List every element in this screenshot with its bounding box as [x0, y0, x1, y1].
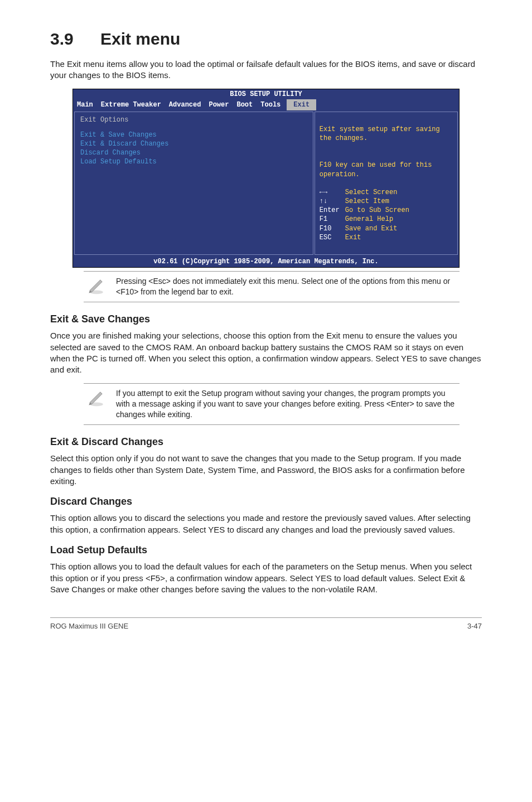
bios-item-exit-save: Exit & Save Changes: [80, 131, 307, 139]
heading-exit-save: Exit & Save Changes: [50, 312, 482, 326]
nav-label-select-screen: Select Screen: [345, 189, 398, 196]
section-number: 3.9: [50, 28, 100, 51]
bios-tab-extreme: Extreme Tweaker: [97, 99, 165, 110]
footer-left: ROG Maximus III GENE: [50, 621, 128, 631]
body-discard: This option allows you to discard the se…: [50, 513, 482, 535]
bios-title: BIOS SETUP UTILITY: [73, 89, 459, 99]
nav-label-help: General Help: [345, 215, 393, 223]
bios-tab-boot: Boot: [233, 99, 257, 110]
heading-exit-discard: Exit & Discard Changes: [50, 435, 482, 448]
bios-screenshot: BIOS SETUP UTILITY Main Extreme Tweaker …: [72, 89, 460, 268]
bios-help-text: Exit system setup after saving the chang…: [320, 115, 453, 178]
heading-discard: Discard Changes: [50, 495, 482, 508]
intro-paragraph: The Exit menu items allow you to load th…: [50, 59, 482, 81]
bios-tab-power: Power: [205, 99, 233, 110]
bios-body: Exit Options Exit & Save Changes Exit & …: [73, 110, 459, 256]
note-esc: Pressing <Esc> does not immediately exit…: [84, 271, 460, 302]
bios-tab-main: Main: [73, 99, 97, 110]
nav-key-f1: F1: [320, 215, 345, 224]
heading-load-defaults: Load Setup Defaults: [50, 543, 482, 557]
nav-label-save-exit: Save and Exit: [345, 225, 398, 233]
nav-key-ud: ↑↓: [320, 197, 345, 206]
footer-right: 3-47: [467, 621, 482, 631]
section-title: Exit menu: [100, 30, 180, 48]
page-footer: ROG Maximus III GENE 3-47: [50, 617, 482, 631]
body-load-defaults: This option allows you to load the defau…: [50, 561, 482, 595]
bios-left-pane: Exit Options Exit & Save Changes Exit & …: [74, 112, 313, 255]
bios-item-discard: Discard Changes: [80, 148, 307, 157]
bios-help-line1: Exit system setup after saving the chang…: [320, 125, 440, 142]
pencil-icon: [87, 388, 106, 407]
bios-tab-tools: Tools: [257, 99, 284, 110]
bios-nav-help: ←→Select Screen ↑↓Select Item EnterGo to…: [320, 179, 453, 252]
bios-item-load-defaults: Load Setup Defaults: [80, 157, 307, 166]
bios-options-label: Exit Options: [80, 115, 307, 124]
bios-right-pane: Exit system setup after saving the chang…: [315, 112, 458, 255]
nav-key-lr: ←→: [320, 188, 345, 197]
body-exit-discard: Select this option only if you do not wa…: [50, 453, 482, 487]
bios-help-line2: F10 key can be used for this operation.: [320, 161, 432, 178]
nav-key-esc: ESC: [320, 233, 345, 242]
nav-label-sub-screen: Go to Sub Screen: [345, 206, 409, 214]
pencil-icon: [87, 276, 106, 295]
nav-key-f10: F10: [320, 224, 345, 233]
note-unsaved: If you attempt to exit the Setup program…: [84, 383, 460, 425]
nav-label-exit: Exit: [345, 234, 361, 241]
nav-key-enter: Enter: [320, 206, 345, 215]
bios-tab-bar: Main Extreme Tweaker Advanced Power Boot…: [73, 99, 459, 110]
bios-tab-advanced: Advanced: [165, 99, 205, 110]
note-unsaved-text: If you attempt to exit the Setup program…: [116, 388, 456, 420]
body-exit-save: Once you are finished making your select…: [50, 330, 482, 375]
page-title: 3.9Exit menu: [50, 28, 482, 51]
nav-label-select-item: Select Item: [345, 197, 389, 205]
bios-footer: v02.61 (C)Copyright 1985-2009, American …: [73, 256, 459, 267]
bios-tab-exit: Exit: [287, 99, 316, 110]
note-esc-text: Pressing <Esc> does not immediately exit…: [116, 276, 456, 297]
bios-item-exit-discard: Exit & Discard Changes: [80, 139, 307, 148]
